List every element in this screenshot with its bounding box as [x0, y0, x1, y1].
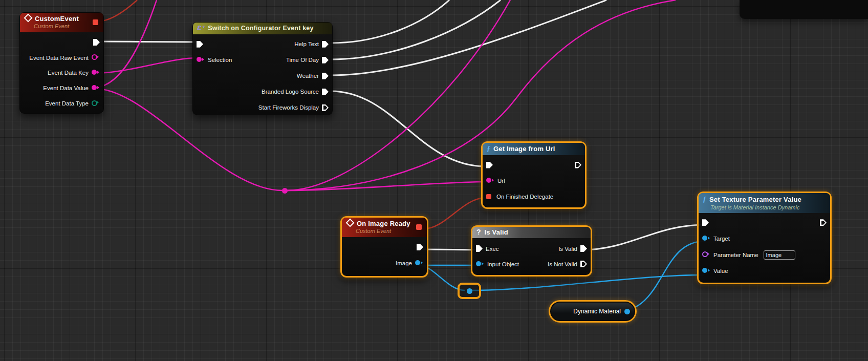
wire-exec-weather-offscreen[interactable]: [331, 0, 606, 75]
pin-label: Value: [713, 268, 728, 274]
pin-exec-in[interactable]: [476, 245, 483, 252]
pin-event-data-type[interactable]: [92, 100, 97, 106]
node-on-image-ready[interactable]: On Image Ready Custom Event Image: [340, 216, 428, 278]
pin-input-object[interactable]: [476, 261, 481, 266]
pin-label: Parameter Name: [713, 252, 758, 258]
reroute-node-blue[interactable]: [458, 283, 481, 299]
wire-exec-customevent-to-switch[interactable]: [97, 41, 198, 42]
wire-delegate-customevent-offscreen[interactable]: [99, 0, 137, 22]
pin-label: Is Not Valid: [548, 261, 577, 267]
pin-event-data-key[interactable]: [92, 70, 97, 75]
pin-label: On Finished Delegate: [496, 194, 553, 200]
node-subtitle: Target is Material Instance Dynamic: [710, 204, 826, 211]
wire-exec-timeofday-offscreen[interactable]: [331, 0, 501, 59]
node-custom-event[interactable]: CustomEvent Custom Event Event Data Raw …: [19, 12, 104, 114]
node-set-texture-parameter-value[interactable]: ƒSet Texture Parameter Value Target is M…: [697, 192, 832, 284]
pin-value[interactable]: [702, 268, 707, 273]
node-is-valid-header[interactable]: ?Is Valid: [472, 227, 591, 238]
function-icon: ƒ: [703, 196, 706, 203]
exec-in-pin[interactable]: [702, 219, 709, 226]
question-mark-icon: ?: [476, 228, 481, 236]
exec-out-pin[interactable]: [93, 39, 100, 46]
pin-on-finished-delegate[interactable]: [486, 194, 491, 199]
exec-out-pin[interactable]: [820, 219, 827, 226]
node-title: Set Texture Parameter Value: [709, 196, 801, 203]
wire-layer: [0, 0, 868, 361]
pin-label: Selection: [208, 57, 232, 63]
node-is-valid[interactable]: ?Is Valid Exec Is Valid Input Object Is …: [471, 225, 592, 277]
node-switch-header[interactable]: Ɛ⁺Switch on Configurator Event key: [193, 23, 332, 34]
node-on-image-ready-header[interactable]: On Image Ready Custom Event: [342, 218, 427, 237]
delegate-pin[interactable]: [93, 19, 98, 25]
offscreen-node-corner[interactable]: [740, 0, 868, 19]
reroute-pin-magenta[interactable]: [282, 188, 288, 194]
variable-label: Dynamic Material: [573, 308, 621, 315]
pin-label: Start Fireworks Display: [258, 104, 319, 111]
pin-url[interactable]: [486, 178, 491, 183]
exec-out-pin[interactable]: [575, 162, 581, 168]
exec-out-pin[interactable]: [417, 244, 423, 250]
pin-label: Branded Logo Source: [262, 89, 319, 95]
wire-str-value-offscreen-top[interactable]: [95, 0, 157, 88]
pin-label: Weather: [297, 73, 319, 79]
pin-is-valid-exec[interactable]: [580, 245, 587, 252]
pin-dynamic-material-out[interactable]: [624, 309, 630, 314]
parameter-name-input[interactable]: Image: [764, 250, 795, 260]
node-dynamic-material-getter[interactable]: Dynamic Material: [549, 300, 637, 323]
node-get-image-header[interactable]: ƒGet Image from Url: [483, 143, 585, 155]
delegate-pin[interactable]: [416, 224, 422, 230]
node-subtitle: Custom Event: [34, 23, 99, 30]
node-title: Switch on Configurator Event key: [208, 25, 313, 32]
node-title: Is Valid: [485, 228, 508, 236]
pin-label: Time Of Day: [286, 57, 319, 63]
blueprint-graph-canvas[interactable]: CustomEvent Custom Event Event Data Raw …: [0, 0, 868, 361]
pin-label: Event Data Type: [45, 100, 89, 107]
node-get-image-from-url[interactable]: ƒGet Image from Url Url On Finished Dele…: [481, 141, 587, 209]
pin-label: Event Data Key: [48, 70, 89, 76]
pin-event-data-value[interactable]: [92, 85, 97, 90]
node-title: CustomEvent: [35, 15, 79, 23]
pin-label: Event Data Value: [43, 85, 89, 91]
pin-label: Url: [497, 178, 505, 184]
pin-label: Input Object: [487, 261, 519, 267]
pin-label: Target: [713, 236, 730, 242]
pin-parameter-name[interactable]: [702, 251, 708, 257]
function-icon: ƒ: [487, 145, 490, 153]
pin-label: Is Valid: [558, 246, 577, 252]
switch-icon: Ɛ⁺: [197, 24, 205, 32]
wire-exec-helptext-offscreen[interactable]: [331, 0, 449, 43]
pin-start-fireworks-display-exec[interactable]: [322, 104, 329, 111]
exec-in-pin[interactable]: [197, 41, 203, 48]
wire-str-key-to-selection[interactable]: [95, 58, 199, 73]
node-subtitle: Custom Event: [356, 228, 422, 235]
pin-selection[interactable]: [197, 57, 202, 62]
wire-exec-brandedlogo-to-getimage[interactable]: [331, 91, 486, 166]
pin-image[interactable]: [415, 260, 420, 265]
wire-obj-reroute-to-value[interactable]: [472, 275, 704, 290]
pin-label: Exec: [486, 246, 499, 252]
reroute-pin-blue[interactable]: [467, 288, 472, 294]
pin-event-data-raw-event[interactable]: [92, 54, 97, 60]
node-title: On Image Ready: [357, 220, 410, 227]
node-title: Get Image from Url: [493, 145, 555, 153]
event-diamond-icon: [346, 219, 355, 227]
exec-in-pin[interactable]: [486, 162, 493, 168]
pin-label: Event Data Raw Event: [29, 55, 89, 61]
pin-branded-logo-source-exec[interactable]: [322, 89, 329, 95]
pin-weather-exec[interactable]: [322, 73, 329, 79]
pin-is-not-valid-exec[interactable]: [580, 261, 587, 267]
node-custom-event-header[interactable]: CustomEvent Custom Event: [20, 13, 103, 32]
pin-time-of-day-exec[interactable]: [322, 57, 329, 63]
pin-help-text-exec[interactable]: [322, 41, 329, 48]
node-set-texture-header[interactable]: ƒSet Texture Parameter Value Target is M…: [699, 193, 830, 213]
wire-delegate-onimageready-to-getimage[interactable]: [423, 198, 486, 229]
pin-label: Image: [396, 260, 412, 266]
pin-label: Help Text: [294, 41, 319, 47]
node-switch-configurator-event-key[interactable]: Ɛ⁺Switch on Configurator Event key Help …: [192, 22, 333, 115]
event-diamond-icon: [24, 14, 33, 23]
pin-target[interactable]: [702, 236, 707, 241]
